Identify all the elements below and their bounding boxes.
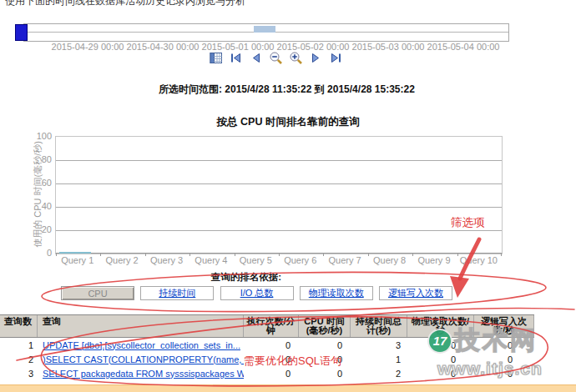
timeline-tick-label: 2015-05-03 00:00 bbox=[352, 42, 425, 52]
y-tick-label: 0 bbox=[25, 248, 52, 258]
watermark-title: 17 技术网 bbox=[427, 324, 576, 358]
rank-by-label: 查询的排名依据: bbox=[0, 271, 493, 284]
watermark-logo-icon: 17 bbox=[427, 329, 452, 354]
table-cell: 2 bbox=[351, 369, 407, 379]
zoom-out-icon[interactable] bbox=[269, 51, 283, 65]
y-tick-label: 80 bbox=[25, 154, 52, 164]
table-cell: 1 bbox=[351, 354, 407, 364]
query-statistics-report: 使用下面的时间线在数据库活动历史记录内浏览与分析 2015-04-29 00:0… bbox=[0, 0, 576, 392]
watermark-site-name: 技术网 bbox=[455, 324, 538, 358]
table-cell: 0 bbox=[244, 369, 299, 379]
table-cell: 0 bbox=[299, 369, 351, 379]
table-cell: 3 bbox=[0, 369, 38, 379]
rank-button-io-total[interactable]: I/O 总数 bbox=[220, 286, 294, 300]
y-axis-ticks: 100806040200 bbox=[25, 136, 52, 253]
table-cell: SELECT packagedata FROM sysssispackages … bbox=[38, 369, 244, 379]
x-axis-category-label: Query 10 bbox=[457, 255, 501, 265]
table-cell: 3 bbox=[351, 340, 407, 350]
rank-button-logical-writes[interactable]: 逻辑写入次数 bbox=[379, 286, 452, 300]
watermark: 17 技术网 www.itjs.cn bbox=[427, 324, 576, 379]
x-axis-category-label: Query 8 bbox=[367, 255, 412, 265]
rank-button-duration[interactable]: 持续时间 bbox=[140, 286, 214, 300]
x-axis-category-label: Query 4 bbox=[189, 255, 233, 265]
bar-query-1 bbox=[59, 252, 91, 254]
table-cell: UPDATE [dbo].[syscollector_collection_se… bbox=[38, 340, 244, 350]
timeline-toolbar bbox=[209, 51, 343, 65]
y-tick-label: 60 bbox=[25, 178, 52, 188]
y-tick-label: 20 bbox=[25, 224, 52, 234]
table-cell: 0 bbox=[244, 340, 299, 350]
top-instruction-text: 使用下面的时间线在数据库活动历史记录内浏览与分析 bbox=[5, 0, 245, 8]
gridline bbox=[56, 183, 502, 184]
table-cell: 1 bbox=[0, 340, 38, 350]
x-axis-category-label: Query 3 bbox=[144, 255, 189, 265]
timeline-track[interactable] bbox=[23, 23, 509, 42]
table-cell: 0 bbox=[299, 340, 351, 350]
table-cell: 2 bbox=[0, 354, 38, 364]
table-cell: 0 bbox=[299, 354, 351, 364]
x-axis-category-label: Query 2 bbox=[99, 255, 144, 265]
y-tick-label: 100 bbox=[25, 131, 52, 141]
query-link[interactable]: )SELECT CAST(COLLATIONPROPERTY(name, 'LC… bbox=[43, 354, 244, 364]
timeline-handle[interactable] bbox=[15, 24, 28, 41]
gridline bbox=[56, 207, 502, 208]
zoom-in-icon[interactable] bbox=[289, 51, 303, 65]
timeline-tick-label: 2015-05-04 00:00 bbox=[427, 42, 500, 52]
watermark-url: www.itjs.cn bbox=[427, 359, 576, 379]
x-axis-category-label: Query 1 bbox=[55, 255, 99, 265]
table-header-cell: CPU 时间(毫秒/秒) bbox=[299, 315, 351, 337]
gridline bbox=[56, 230, 502, 231]
y-tick-label: 40 bbox=[25, 201, 52, 211]
previous-icon[interactable] bbox=[249, 51, 263, 65]
first-icon[interactable] bbox=[229, 51, 243, 65]
calendar-icon[interactable] bbox=[209, 51, 223, 65]
table-cell: )SELECT CAST(COLLATIONPROPERTY(name, 'LC… bbox=[38, 354, 244, 364]
bottom-strip bbox=[0, 384, 576, 392]
gridline bbox=[56, 160, 502, 161]
rank-button-cpu[interactable]: CPU bbox=[61, 286, 134, 300]
x-axis-labels: Query 1Query 2Query 3Query 4Query 5Query… bbox=[55, 255, 501, 265]
timeline-tick-label: 2015-04-30 00:00 bbox=[127, 42, 200, 52]
x-axis-category-label: Query 7 bbox=[322, 255, 366, 265]
rank-button-physical-reads[interactable]: 物理读取次数 bbox=[300, 286, 373, 300]
query-link[interactable]: UPDATE [dbo].[syscollector_collection_se… bbox=[43, 340, 240, 350]
table-header-cell: 持续时间总计(秒) bbox=[351, 315, 407, 337]
table-header-cell: 执行次数/分钟 bbox=[244, 315, 299, 337]
table-cell: 0 bbox=[244, 354, 299, 364]
x-axis-category-label: Query 5 bbox=[234, 255, 278, 265]
chart-title: 按总 CPU 时间排名靠前的查询 bbox=[0, 115, 576, 129]
bar-chart-plot bbox=[55, 136, 503, 254]
query-link[interactable]: SELECT packagedata FROM sysssispackages … bbox=[43, 369, 244, 379]
next-icon[interactable] bbox=[309, 51, 323, 65]
table-header-cell: 查询数 bbox=[0, 315, 38, 337]
rank-buttons-row: CPU持续时间I/O 总数物理读取次数逻辑写入次数 bbox=[61, 286, 452, 300]
table-header-cell: 查询 bbox=[38, 315, 244, 337]
timeline-activity-region bbox=[254, 26, 275, 33]
timeline-tick-label: 2015-04-29 00:00 bbox=[52, 42, 124, 52]
x-tick-mark bbox=[501, 254, 502, 256]
x-axis-category-label: Query 9 bbox=[412, 255, 456, 265]
last-icon[interactable] bbox=[329, 51, 343, 65]
selected-time-range: 所选时间范围: 2015/4/28 11:35:22 到 2015/4/28 1… bbox=[159, 83, 415, 97]
x-axis-category-label: Query 6 bbox=[278, 255, 322, 265]
